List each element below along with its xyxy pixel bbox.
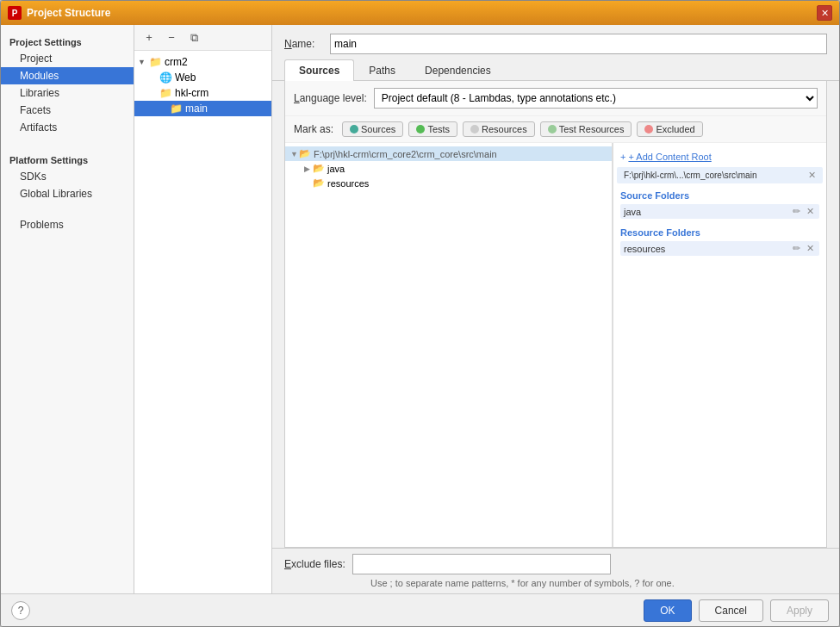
add-module-button[interactable]: + — [140, 28, 159, 47]
mark-test-resources-button[interactable]: Test Resources — [540, 121, 632, 137]
name-input[interactable] — [330, 34, 827, 54]
right-panel: + + Add Content Root F:\prj\hkl-crm\...\… — [613, 143, 826, 547]
tree-arrow2: ▶ — [304, 165, 313, 173]
web-icon: 🌐 — [159, 71, 172, 84]
sources-node-resources[interactable]: 📂 resources — [285, 176, 612, 190]
project-structure-dialog: P Project Structure ✕ Project Settings P… — [0, 0, 840, 627]
apply-button[interactable]: Apply — [770, 599, 829, 622]
java-folder-icon: 📂 — [313, 163, 325, 174]
tabs-row: Sources Paths Dependencies — [272, 59, 839, 81]
sidebar-item-problems[interactable]: Problems — [1, 216, 134, 233]
folder-icon: 📁 — [169, 102, 183, 115]
footer: ? OK Cancel Apply — [1, 593, 839, 626]
window-title: Project Structure — [27, 7, 812, 19]
tab-sources[interactable]: Sources — [284, 59, 354, 81]
name-row: Name: — [272, 25, 839, 59]
sources-node-root[interactable]: ▼ 📂 F:\prj\hkl-crm\crm_core2\crm_core\sr… — [285, 146, 612, 161]
main-settings-panel: Name: Sources Paths Dependencies — [272, 25, 839, 593]
sidebar-item-libraries[interactable]: Libraries — [1, 84, 134, 102]
copy-module-button[interactable]: ⧉ — [184, 28, 203, 47]
excluded-dot — [644, 125, 653, 133]
exclude-hint: Use ; to separate name patterns, * for a… — [284, 578, 827, 588]
sidebar-divider2 — [1, 202, 134, 209]
sources-tree: ▼ 📂 F:\prj\hkl-crm\crm_core2\crm_core\sr… — [285, 143, 613, 547]
tree-node-crm2[interactable]: ▼ 📁 crm2 — [134, 54, 271, 70]
sidebar-item-artifacts[interactable]: Artifacts — [1, 119, 134, 136]
plus-icon: + — [620, 152, 625, 162]
tree-toolbar: + − ⧉ — [134, 25, 271, 51]
exclude-files-input[interactable] — [352, 554, 611, 574]
tests-dot — [416, 125, 425, 133]
resource-folders-section: Resource Folders resources ✏ ✕ — [613, 222, 826, 259]
sidebar-spacer — [1, 209, 134, 216]
mark-resources-button[interactable]: Resources — [463, 121, 535, 137]
folder-icon: 📁 — [148, 56, 162, 68]
sources-content: ▼ 📂 F:\prj\hkl-crm\crm_core2\crm_core\sr… — [285, 143, 826, 547]
tree-arrow — [148, 89, 159, 97]
testres-dot — [548, 125, 557, 133]
exclude-label: Exclude files: — [284, 558, 345, 570]
edit-source-folder-button[interactable]: ✏ — [791, 206, 802, 217]
folder-actions2: ✏ ✕ — [791, 243, 816, 254]
platform-settings-header: Platform Settings — [1, 150, 134, 168]
edit-resource-folder-button[interactable]: ✏ — [791, 243, 802, 254]
folder-icon: 📁 — [159, 87, 172, 99]
sidebar-item-modules[interactable]: Modules — [1, 67, 134, 84]
tree-node-hkl-crm[interactable]: 📁 hkl-crm — [134, 85, 271, 101]
tree-arrow2 — [304, 179, 313, 188]
help-button[interactable]: ? — [11, 601, 30, 620]
name-label-underline: N — [284, 38, 292, 50]
tab-paths[interactable]: Paths — [354, 59, 410, 81]
sidebar-item-facets[interactable]: Facets — [1, 102, 134, 119]
tree-node-main[interactable]: 📁 main — [134, 101, 271, 116]
tree-arrow2: ▼ — [290, 150, 299, 158]
title-bar: P Project Structure ✕ — [1, 1, 839, 25]
source-folders-section: Source Folders java ✏ ✕ — [613, 185, 826, 222]
resources-dot — [470, 125, 479, 133]
content-root-entry: F:\prj\hkl-crm\...\crm_core\src\main ✕ — [617, 167, 823, 183]
modules-tree: ▼ 📁 crm2 🌐 Web 📁 hkl-crm — [134, 51, 271, 593]
project-settings-header: Project Settings — [1, 32, 134, 50]
exclude-row-section: Exclude files: Use ; to separate name pa… — [272, 548, 839, 593]
mark-tests-button[interactable]: Tests — [408, 121, 457, 137]
app-icon: P — [8, 6, 22, 20]
tree-arrow — [148, 73, 159, 82]
tree-arrow: ▼ — [138, 58, 148, 66]
source-folder-java: java ✏ ✕ — [620, 204, 819, 219]
resource-folders-title: Resource Folders — [620, 227, 819, 238]
language-level-row: Language level: Project default (8 - Lam… — [285, 81, 826, 116]
sources-dot — [350, 125, 358, 133]
mark-as-label: Mark as: — [294, 123, 333, 135]
cancel-button[interactable]: Cancel — [699, 599, 763, 622]
content-area: Project Settings Project Modules Librari… — [1, 25, 839, 593]
root-folder-icon: 📂 — [299, 148, 311, 159]
folder-actions: ✏ ✕ — [791, 206, 816, 217]
close-button[interactable]: ✕ — [817, 5, 832, 21]
sources-node-java[interactable]: ▶ 📂 java — [285, 161, 612, 176]
remove-source-folder-button[interactable]: ✕ — [805, 206, 816, 217]
mark-excluded-button[interactable]: Excluded — [637, 121, 702, 137]
tree-arrow — [159, 104, 169, 113]
language-level-label: Language level: — [294, 92, 367, 104]
mark-as-row: Mark as: Sources Tests Resources — [285, 116, 826, 143]
source-folders-title: Source Folders — [620, 190, 819, 201]
sidebar-item-sdks[interactable]: SDKs — [1, 168, 134, 185]
remove-content-root-button[interactable]: ✕ — [808, 170, 816, 181]
resources-folder-icon: 📂 — [313, 177, 325, 189]
mark-sources-button[interactable]: Sources — [342, 121, 403, 137]
remove-resource-folder-button[interactable]: ✕ — [805, 243, 816, 254]
language-level-select[interactable]: Project default (8 - Lambdas, type annot… — [374, 88, 818, 109]
sidebar: Project Settings Project Modules Librari… — [1, 25, 134, 593]
modules-tree-panel: + − ⧉ ▼ 📁 crm2 🌐 — [134, 25, 272, 593]
sidebar-item-project[interactable]: Project — [1, 50, 134, 67]
add-content-root-button[interactable]: + + Add Content Root — [613, 148, 826, 165]
tab-dependencies[interactable]: Dependencies — [410, 59, 506, 81]
sidebar-divider — [1, 136, 134, 143]
exclude-row: Exclude files: — [284, 554, 827, 574]
ok-button[interactable]: OK — [644, 599, 691, 622]
remove-module-button[interactable]: − — [162, 28, 181, 47]
tab-sources-content: Language level: Project default (8 - Lam… — [284, 81, 827, 548]
tree-node-web[interactable]: 🌐 Web — [134, 70, 271, 85]
name-label: Name: — [284, 38, 323, 50]
sidebar-item-global-libraries[interactable]: Global Libraries — [1, 185, 134, 202]
